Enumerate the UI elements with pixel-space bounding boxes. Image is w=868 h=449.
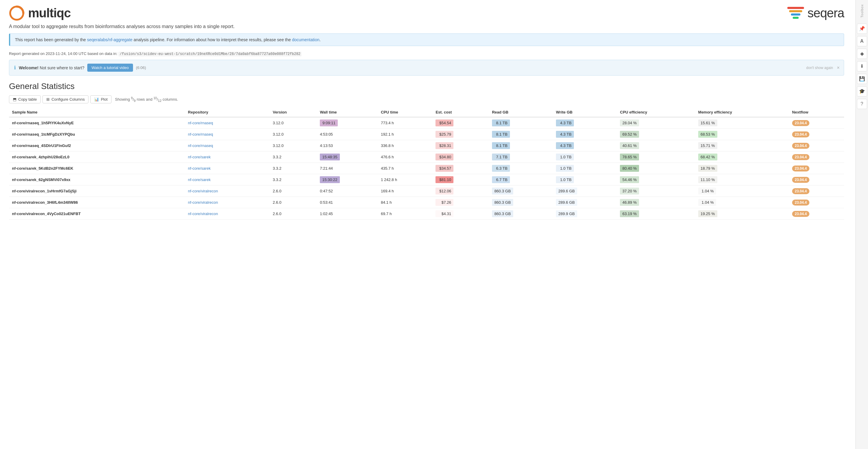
- highlight-tool-button[interactable]: ◆: [857, 49, 867, 59]
- repository-cell[interactable]: nf-core/sarek: [185, 174, 270, 186]
- nextflow-cell: 23.04.4: [789, 140, 844, 152]
- repository-cell[interactable]: nf-core/sarek: [185, 152, 270, 163]
- report-path: Report generated on 2023-11-24, 14:00 UT…: [0, 50, 853, 60]
- col-wall-time[interactable]: Wall time: [317, 107, 378, 117]
- sample-name-cell: nf-core/rnaseq_4SDlrU1FlnGuf2: [9, 140, 185, 152]
- table-cell: 4.3 TB: [553, 117, 617, 129]
- repository-cell[interactable]: nf-core/sarek: [185, 163, 270, 174]
- table-row: nf-core/sarek_62gNSMVi07x9xxnf-core/sare…: [9, 174, 844, 186]
- col-cpu-time[interactable]: CPU time: [378, 107, 433, 117]
- table-cell: 68.42 %: [695, 152, 789, 163]
- svg-rect-2: [787, 7, 804, 9]
- table-cell: 1.0 TB: [553, 174, 617, 186]
- info-banner-suffix: .: [319, 37, 321, 42]
- seqera-text: seqera: [808, 6, 844, 20]
- nextflow-cell: 23.04.4: [789, 197, 844, 208]
- table-cell: 80.40 %: [617, 163, 695, 174]
- table-cell: 1:02:45: [317, 208, 378, 220]
- table-header: Sample Name Repository Version Wall time…: [9, 107, 844, 117]
- copy-table-button[interactable]: ⬒ Copy table: [9, 95, 41, 103]
- copy-icon: ⬒: [13, 97, 17, 102]
- table-cell: 1.04 %: [695, 197, 789, 208]
- repository-cell[interactable]: nf-core/rnaseq: [185, 117, 270, 129]
- table-cell: 4:53:05: [317, 129, 378, 140]
- close-banner-icon[interactable]: ×: [837, 65, 840, 70]
- col-version[interactable]: Version: [270, 107, 317, 117]
- save-tool-button[interactable]: 💾: [857, 74, 867, 84]
- welcome-banner: ℹ Welcome! Not sure where to start? Watc…: [9, 60, 844, 75]
- dont-show-link[interactable]: don't show again: [806, 66, 833, 70]
- table-cell: 78.65 %: [617, 152, 695, 163]
- nextflow-cell: 23.04.4: [789, 129, 844, 140]
- table-cell: 860.3 GB: [489, 186, 553, 197]
- table-cell: 68.53 %: [695, 129, 789, 140]
- repository-cell[interactable]: nf-core/rnaseq: [185, 140, 270, 152]
- table-cell: 0:47:52: [317, 186, 378, 197]
- pin-tool-button[interactable]: 📌: [857, 24, 867, 34]
- table-cell: 336.8 h: [378, 140, 433, 152]
- nextflow-cell: 23.04.4: [789, 163, 844, 174]
- sample-name-cell: nf-core/rnaseq_1tcMFgDzXYPQbu: [9, 129, 185, 140]
- table-cell: 8.1 TB: [489, 129, 553, 140]
- table-cell: 476.6 h: [378, 152, 433, 163]
- logo-area: multiqc: [9, 5, 70, 21]
- table-cell: 2.6.0: [270, 208, 317, 220]
- col-sample-name[interactable]: Sample Name: [9, 107, 185, 117]
- seqera-logo-icon: [787, 6, 805, 21]
- table-body: nf-core/rnaseq_1h5PlYK4uXvNyEnf-core/rna…: [9, 117, 844, 220]
- tutorial-button[interactable]: Watch a tutorial video: [87, 64, 133, 72]
- col-repository[interactable]: Repository: [185, 107, 270, 117]
- col-write-gb[interactable]: Write GB: [553, 107, 617, 117]
- table-cell: 4.3 TB: [553, 129, 617, 140]
- table-cell: 4.3 TB: [553, 140, 617, 152]
- table-cell: 1.04 %: [695, 186, 789, 197]
- plot-icon: 📊: [94, 97, 99, 102]
- table-cell: 289.9 GB: [553, 208, 617, 220]
- configure-columns-button[interactable]: ⊞ Configure Columns: [42, 95, 89, 103]
- repository-cell[interactable]: nf-core/rnaseq: [185, 129, 270, 140]
- info-circle-icon: ℹ: [14, 65, 16, 70]
- col-est-cost[interactable]: Est. cost: [433, 107, 489, 117]
- plot-button[interactable]: 📊 Plot: [90, 95, 111, 103]
- table-cell: 54.46 %: [617, 174, 695, 186]
- toolbox-label: Toolbox: [860, 2, 864, 20]
- table-cell: 860.3 GB: [489, 208, 553, 220]
- table-cell: 3.3.2: [270, 174, 317, 186]
- header: multiqc seqera: [0, 0, 853, 24]
- sample-name-cell: nf-core/sarek_62gNSMVi07x9xx: [9, 174, 185, 186]
- pipeline-link[interactable]: seqeralabs/nf-aggregate: [87, 37, 132, 42]
- repository-cell[interactable]: nf-core/viralrecon: [185, 186, 270, 197]
- graduation-tool-button[interactable]: 🎓: [857, 86, 867, 96]
- font-tool-button[interactable]: A: [857, 36, 867, 46]
- doc-link[interactable]: documentation: [292, 37, 319, 42]
- table-row: nf-core/sarek_4zhpihU28oEzL0nf-core/sare…: [9, 152, 844, 163]
- table-cell: 1.0 TB: [553, 152, 617, 163]
- col-nextflow[interactable]: Nextflow: [789, 107, 844, 117]
- seqera-logo: seqera: [787, 6, 844, 21]
- table-cell: 3.12.0: [270, 140, 317, 152]
- col-cpu-efficiency[interactable]: CPU efficiency: [617, 107, 695, 117]
- table-cell: 69.52 %: [617, 129, 695, 140]
- table-cell: 3.12.0: [270, 129, 317, 140]
- stats-table: Sample Name Repository Version Wall time…: [9, 107, 844, 220]
- table-cell: 4:13:53: [317, 140, 378, 152]
- table-row: nf-core/rnaseq_1tcMFgDzXYPQbunf-core/rna…: [9, 129, 844, 140]
- table-cell: 1.0 TB: [553, 163, 617, 174]
- repository-cell[interactable]: nf-core/viralrecon: [185, 208, 270, 220]
- repository-cell[interactable]: nf-core/viralrecon: [185, 197, 270, 208]
- table-cell: 46.89 %: [617, 197, 695, 208]
- tutorial-duration: (6:06): [136, 65, 146, 70]
- table-row: nf-core/sarek_5KdB2n2FYMc6EKnf-core/sare…: [9, 163, 844, 174]
- sample-name-cell: nf-core/sarek_4zhpihU28oEzL0: [9, 152, 185, 163]
- col-read-gb[interactable]: Read GB: [489, 107, 553, 117]
- columns-icon: ⊞: [46, 97, 50, 102]
- nextflow-cell: 23.04.4: [789, 208, 844, 220]
- download-tool-button[interactable]: ⬇: [857, 61, 867, 71]
- table-cell: $34.57: [433, 163, 489, 174]
- table-cell: 18.79 %: [695, 163, 789, 174]
- copy-table-label: Copy table: [18, 97, 37, 102]
- toolbox-sidebar: Toolbox 📌 A ◆ ⬇ 💾 🎓 ?: [856, 0, 868, 220]
- help-tool-button[interactable]: ?: [857, 99, 867, 109]
- col-memory-efficiency[interactable]: Memory efficiency: [695, 107, 789, 117]
- configure-columns-label: Configure Columns: [52, 97, 85, 102]
